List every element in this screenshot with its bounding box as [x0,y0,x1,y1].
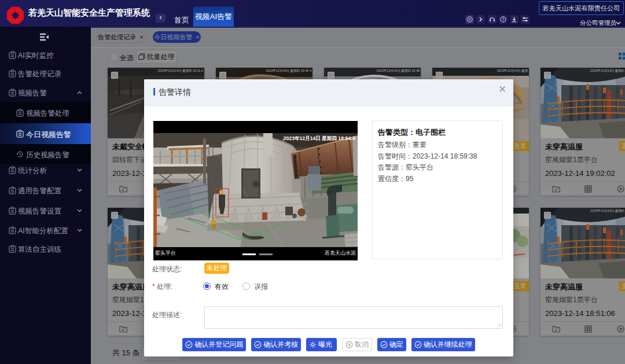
svg-text:?: ? [502,17,505,21]
svg-text:若羌天山水泥: 若羌天山水泥 [324,250,356,256]
svg-text:窑头平台: 窑头平台 [155,250,176,256]
svg-text:2023年12月14日 星期四 18:54:5: 2023年12月14日 星期四 18:54:5 [284,135,355,141]
